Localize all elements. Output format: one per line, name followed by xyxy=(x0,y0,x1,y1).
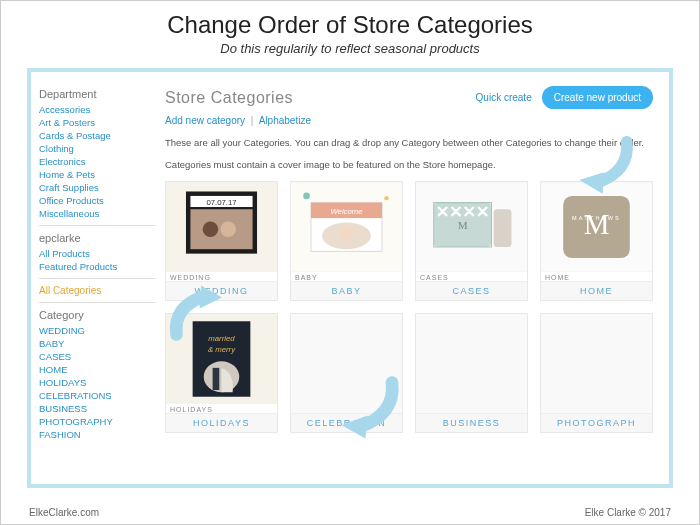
sidebar-item[interactable]: CELEBRATIONS xyxy=(39,390,155,401)
add-category-link[interactable]: Add new category xyxy=(165,115,245,126)
card-thumb xyxy=(416,314,527,413)
category-card-cases[interactable]: M CASES CASES xyxy=(415,181,528,301)
annotation-arrow-icon xyxy=(331,372,411,442)
category-card-photograph[interactable]: PHOTOGRAPH xyxy=(540,313,653,433)
sidebar-item[interactable]: Clothing xyxy=(39,143,155,154)
card-caption: BABY xyxy=(291,272,402,281)
svg-point-5 xyxy=(203,221,219,237)
sidebar-item[interactable]: All Products xyxy=(39,248,155,259)
sidebar-item[interactable]: Electronics xyxy=(39,156,155,167)
sidebar-item[interactable]: BABY xyxy=(39,338,155,349)
sidebar-item[interactable]: Craft Supplies xyxy=(39,182,155,193)
sidebar-item[interactable]: Cards & Postage xyxy=(39,130,155,141)
svg-point-14 xyxy=(339,225,355,241)
sidebar-item[interactable]: Accessories xyxy=(39,104,155,115)
sidebar-item[interactable]: BUSINESS xyxy=(39,403,155,414)
svg-text:MATTHEWS: MATTHEWS xyxy=(572,215,621,221)
category-card-baby[interactable]: Welcome BABY BABY xyxy=(290,181,403,301)
category-card-business[interactable]: BUSINESS xyxy=(415,313,528,433)
quick-create-link[interactable]: Quick create xyxy=(476,92,532,103)
category-heading: Category xyxy=(39,309,155,321)
sidebar-item[interactable]: Miscellaneous xyxy=(39,208,155,219)
card-label[interactable]: HOME xyxy=(541,281,652,300)
alphabetize-link[interactable]: Alphabetize xyxy=(259,115,311,126)
sidebar-item[interactable]: PHOTOGRAPHY xyxy=(39,416,155,427)
svg-point-9 xyxy=(384,195,388,199)
card-caption: WEDDING xyxy=(166,272,277,281)
sidebar-item[interactable]: HOME xyxy=(39,364,155,375)
card-thumb: 07.07.17 xyxy=(166,182,277,272)
svg-text:Welcome: Welcome xyxy=(330,206,363,215)
sidebar: Department Accessories Art & Posters Car… xyxy=(31,72,163,484)
card-caption: HOLIDAYS xyxy=(166,404,277,413)
page-subtitle: Do this regularily to reflect seasonal p… xyxy=(1,41,699,56)
sidebar-item[interactable]: CASES xyxy=(39,351,155,362)
footer-copyright: Elke Clarke © 2017 xyxy=(585,507,671,518)
card-caption: HOME xyxy=(541,272,652,281)
card-label[interactable]: PHOTOGRAPH xyxy=(541,413,652,432)
card-label[interactable]: BUSINESS xyxy=(416,413,527,432)
main-title: Store Categories xyxy=(165,89,293,107)
sidebar-item[interactable]: WEDDING xyxy=(39,325,155,336)
sidebar-item[interactable]: Home & Pets xyxy=(39,169,155,180)
category-card-home[interactable]: MMATTHEWS HOME HOME xyxy=(540,181,653,301)
svg-rect-28 xyxy=(213,367,220,389)
svg-point-8 xyxy=(303,192,310,199)
app-frame: Department Accessories Art & Posters Car… xyxy=(27,68,673,488)
sidebar-item[interactable]: FASHION xyxy=(39,429,155,440)
card-label[interactable]: BABY xyxy=(291,281,402,300)
sidebar-item[interactable]: HOLIDAYS xyxy=(39,377,155,388)
annotation-arrow-icon xyxy=(161,282,241,352)
card-thumb: M xyxy=(416,182,527,272)
card-label[interactable]: HOLIDAYS xyxy=(166,413,277,432)
epclarke-heading: epclarke xyxy=(39,232,155,244)
svg-point-6 xyxy=(220,221,236,237)
create-new-product-button[interactable]: Create new product xyxy=(542,86,653,109)
annotation-arrow-icon xyxy=(569,132,639,197)
department-heading: Department xyxy=(39,88,155,100)
sidebar-item[interactable]: Office Products xyxy=(39,195,155,206)
svg-text:M: M xyxy=(458,219,468,231)
page-title: Change Order of Store Categories xyxy=(1,11,699,39)
svg-rect-18 xyxy=(494,209,512,247)
card-thumb xyxy=(541,314,652,413)
card-thumb: Welcome xyxy=(291,182,402,272)
sidebar-item[interactable]: Featured Products xyxy=(39,261,155,272)
sidebar-item-all-categories[interactable]: All Categories xyxy=(39,285,155,296)
department-list: Accessories Art & Posters Cards & Postag… xyxy=(39,104,155,219)
card-caption: CASES xyxy=(416,272,527,281)
svg-text:M: M xyxy=(584,207,610,239)
sidebar-item[interactable]: Art & Posters xyxy=(39,117,155,128)
footer-site: ElkeClarke.com xyxy=(29,507,99,518)
svg-text:07.07.17: 07.07.17 xyxy=(206,197,236,206)
card-label[interactable]: CASES xyxy=(416,281,527,300)
